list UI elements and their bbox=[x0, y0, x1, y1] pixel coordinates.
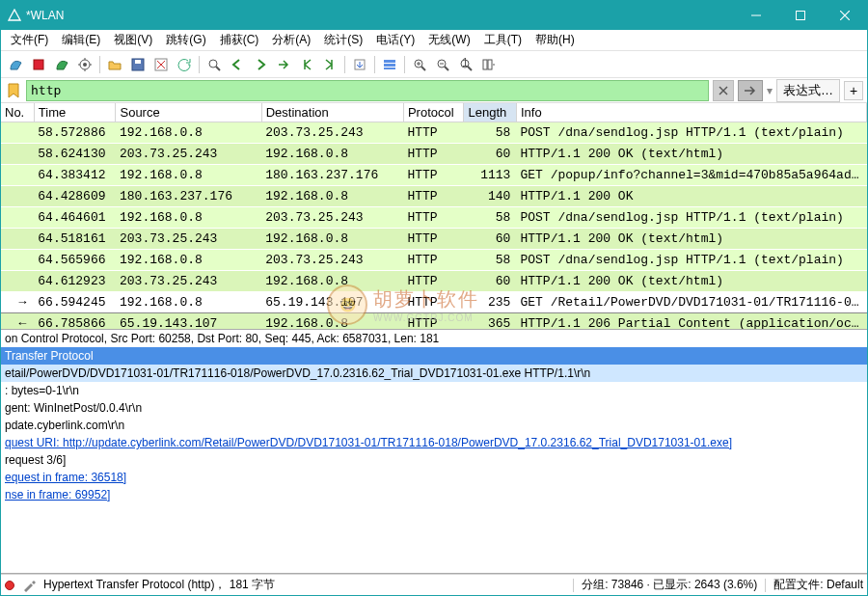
titlebar: *WLAN bbox=[1, 1, 867, 30]
menu-item[interactable]: 工具(T) bbox=[478, 30, 528, 50]
column-header[interactable]: Time bbox=[34, 103, 116, 122]
save-icon[interactable] bbox=[127, 54, 149, 75]
status-main: Hypertext Transfer Protocol (http)， 181 … bbox=[43, 577, 565, 593]
svg-rect-17 bbox=[384, 68, 395, 69]
menu-item[interactable]: 跳转(G) bbox=[160, 30, 211, 50]
packet-details-pane[interactable]: on Control Protocol, Src Port: 60258, Ds… bbox=[1, 330, 867, 574]
filter-clear-button[interactable] bbox=[713, 80, 734, 101]
detail-line[interactable]: etail/PowerDVD/DVD171031-01/TR171116-018… bbox=[1, 365, 867, 382]
zoom-reset-icon[interactable]: 1 bbox=[455, 54, 476, 75]
detail-line[interactable]: gent: WinInetPost/0.0.4\r\n bbox=[1, 399, 867, 417]
svg-line-23 bbox=[445, 67, 448, 70]
column-header[interactable]: Protocol bbox=[403, 103, 464, 122]
menu-item[interactable]: 编辑(E) bbox=[56, 30, 106, 50]
detail-line[interactable]: pdate.cyberlink.com\r\n bbox=[1, 417, 867, 434]
stop-icon[interactable] bbox=[28, 54, 49, 75]
packet-row[interactable]: 64.565966192.168.0.8203.73.25.243HTTP58P… bbox=[1, 250, 867, 271]
menu-item[interactable]: 视图(V) bbox=[108, 30, 158, 50]
colorize-icon[interactable] bbox=[379, 54, 400, 75]
detail-line[interactable]: request 3/6] bbox=[1, 451, 867, 469]
packet-row[interactable]: 58.624130203.73.25.243192.168.0.8HTTP60H… bbox=[1, 144, 867, 165]
reload-icon[interactable] bbox=[174, 54, 195, 75]
svg-rect-4 bbox=[34, 60, 43, 69]
close-button[interactable] bbox=[823, 1, 867, 30]
packet-row[interactable]: 64.383412192.168.0.8180.163.237.176HTTP1… bbox=[1, 165, 867, 186]
menu-item[interactable]: 电话(Y) bbox=[370, 30, 420, 50]
detail-line[interactable]: nse in frame: 69952] bbox=[1, 486, 867, 503]
packet-row[interactable]: →66.594245192.168.0.865.19.143.107HTTP23… bbox=[1, 292, 867, 313]
menu-item[interactable]: 分析(A) bbox=[266, 30, 316, 50]
filter-apply-button[interactable] bbox=[738, 80, 763, 101]
resize-columns-icon[interactable] bbox=[478, 54, 500, 75]
detail-line[interactable]: quest URI: http://update.cyberlink.com/R… bbox=[1, 434, 867, 451]
menu-item[interactable]: 文件(F) bbox=[5, 30, 54, 50]
expression-button[interactable]: 表达式… bbox=[776, 79, 840, 102]
svg-rect-29 bbox=[488, 60, 492, 69]
go-last-icon[interactable] bbox=[319, 54, 340, 75]
filter-bar: ▾ 表达式… + bbox=[1, 78, 867, 103]
restart-icon[interactable] bbox=[51, 54, 72, 75]
detail-line[interactable]: equest in frame: 36518] bbox=[1, 469, 867, 486]
display-filter-input[interactable] bbox=[26, 80, 709, 101]
go-first-icon[interactable] bbox=[296, 54, 317, 75]
column-header[interactable]: No. bbox=[1, 103, 34, 122]
edit-icon[interactable] bbox=[22, 579, 36, 592]
detail-line[interactable]: Transfer Protocol bbox=[1, 347, 867, 365]
close-file-icon[interactable] bbox=[150, 54, 172, 75]
svg-line-13 bbox=[216, 67, 220, 70]
add-filter-button[interactable]: + bbox=[844, 81, 863, 100]
packet-row[interactable]: 64.518161203.73.25.243192.168.0.8HTTP60H… bbox=[1, 229, 867, 250]
svg-rect-16 bbox=[384, 64, 395, 67]
minimize-button[interactable] bbox=[734, 1, 778, 30]
column-header[interactable]: Destination bbox=[261, 103, 403, 122]
svg-line-19 bbox=[421, 67, 425, 70]
packet-row[interactable]: 64.464601192.168.0.8203.73.25.243HTTP58P… bbox=[1, 207, 867, 229]
packet-row[interactable]: ←66.78586665.19.143.107192.168.0.8HTTP36… bbox=[1, 313, 867, 331]
column-header[interactable]: Source bbox=[116, 103, 261, 122]
svg-text:1: 1 bbox=[462, 57, 469, 69]
svg-rect-15 bbox=[384, 60, 395, 63]
auto-scroll-icon[interactable] bbox=[349, 54, 370, 75]
fin-icon[interactable] bbox=[5, 54, 26, 75]
packet-list-pane[interactable]: No.TimeSourceDestinationProtocolLengthIn… bbox=[1, 103, 867, 330]
svg-point-6 bbox=[83, 63, 87, 67]
bookmark-filter-icon[interactable] bbox=[5, 80, 22, 101]
go-forward-icon[interactable] bbox=[250, 54, 271, 75]
menu-item[interactable]: 统计(S) bbox=[318, 30, 368, 50]
zoom-in-icon[interactable] bbox=[409, 54, 430, 75]
go-back-icon[interactable] bbox=[227, 54, 248, 75]
menu-item[interactable]: 无线(W) bbox=[422, 30, 475, 50]
packet-row[interactable]: 64.612923203.73.25.243192.168.0.8HTTP60H… bbox=[1, 271, 867, 292]
capture-options-icon[interactable] bbox=[74, 54, 95, 75]
column-header[interactable]: Length bbox=[464, 103, 516, 122]
packet-row[interactable]: 58.572886192.168.0.8203.73.25.243HTTP58P… bbox=[1, 122, 867, 144]
svg-rect-8 bbox=[135, 60, 141, 64]
column-header[interactable]: Info bbox=[516, 103, 866, 122]
expert-info-icon[interactable] bbox=[5, 581, 14, 590]
status-bar: Hypertext Transfer Protocol (http)， 181 … bbox=[1, 574, 867, 595]
window-title: *WLAN bbox=[22, 9, 734, 22]
menubar: 文件(F)编辑(E)视图(V)跳转(G)捕获(C)分析(A)统计(S)电话(Y)… bbox=[1, 30, 867, 51]
svg-rect-1 bbox=[797, 12, 805, 20]
svg-rect-28 bbox=[483, 60, 487, 69]
packet-row[interactable]: 64.428609180.163.237.176192.168.0.8HTTP1… bbox=[1, 186, 867, 207]
detail-line[interactable]: on Control Protocol, Src Port: 60258, Ds… bbox=[1, 330, 867, 347]
goto-icon[interactable] bbox=[273, 54, 294, 75]
zoom-out-icon[interactable] bbox=[432, 54, 453, 75]
toolbar: 1 bbox=[1, 51, 867, 78]
find-icon[interactable] bbox=[203, 54, 225, 75]
maximize-button[interactable] bbox=[778, 1, 823, 30]
menu-item[interactable]: 捕获(C) bbox=[214, 30, 265, 50]
svg-point-12 bbox=[209, 60, 217, 68]
open-icon[interactable] bbox=[104, 54, 125, 75]
detail-line[interactable]: : bytes=0-1\r\n bbox=[1, 382, 867, 399]
menu-item[interactable]: 帮助(H) bbox=[529, 30, 581, 50]
app-icon bbox=[7, 8, 22, 23]
status-packets: 分组: 73846 · 已显示: 2643 (3.6%) bbox=[582, 577, 757, 593]
status-profile[interactable]: 配置文件: Default bbox=[773, 577, 863, 593]
